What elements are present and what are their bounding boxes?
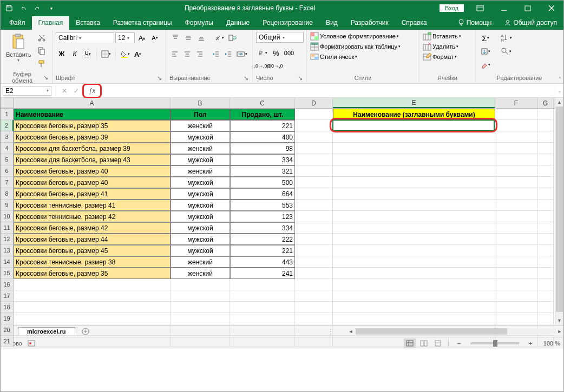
cell-styles-button[interactable]: Стили ячеек▾ [310, 52, 416, 61]
cell[interactable]: женский [170, 256, 230, 268]
cell[interactable] [333, 200, 495, 211]
cell[interactable] [295, 222, 333, 234]
cell[interactable] [295, 302, 333, 313]
cell[interactable]: мужской [170, 234, 230, 245]
cell[interactable] [333, 256, 495, 268]
cell[interactable] [295, 245, 333, 256]
cell[interactable] [495, 143, 537, 154]
tab-data[interactable]: Данные [220, 16, 256, 30]
cell[interactable] [537, 234, 554, 245]
cell[interactable] [495, 131, 537, 143]
cell[interactable]: 123 [230, 211, 295, 222]
cell[interactable] [495, 245, 537, 256]
cell[interactable] [537, 109, 554, 120]
merge-center-icon[interactable]: ▾ [235, 48, 249, 60]
minimize-icon[interactable] [492, 1, 516, 16]
align-middle-icon[interactable] [182, 32, 194, 44]
cell[interactable] [230, 336, 295, 347]
cell[interactable]: Кроссовки беговые, размер 44 [14, 234, 170, 245]
row-header[interactable]: 10 [1, 211, 14, 222]
sign-in-button[interactable]: Вход [440, 4, 464, 12]
redo-icon[interactable] [31, 2, 44, 14]
cell[interactable] [295, 188, 333, 200]
row-header[interactable]: 1 [1, 109, 14, 120]
cell[interactable]: Кроссовки для баскетбола, размер 39 [14, 143, 170, 154]
clipboard-dialog-launcher[interactable]: ↘ [43, 74, 49, 81]
collapse-ribbon-icon[interactable]: ˄ [559, 76, 561, 82]
cell[interactable] [295, 279, 333, 290]
cell[interactable]: Наименование (заглавными буквами) [333, 109, 495, 120]
copy-icon[interactable] [36, 45, 48, 57]
cell[interactable] [14, 279, 170, 290]
cell[interactable] [170, 302, 230, 313]
cell[interactable] [537, 131, 554, 143]
cell[interactable] [537, 268, 554, 279]
cell[interactable]: 500 [230, 177, 295, 188]
cell[interactable]: Кроссовки беговые, размер 42 [14, 222, 170, 234]
row-header[interactable]: 11 [1, 222, 14, 234]
zoom-slider[interactable] [470, 342, 519, 344]
row-header[interactable]: 14 [1, 256, 14, 268]
row-header[interactable]: 17 [1, 290, 14, 302]
cell[interactable] [495, 211, 537, 222]
paste-button[interactable]: Вставить ▾ [4, 32, 34, 70]
row-header[interactable]: 6 [1, 165, 14, 177]
cell[interactable]: Кроссовки беговые, размер 41 [14, 188, 170, 200]
cell[interactable] [495, 109, 537, 120]
cell[interactable]: женский [170, 143, 230, 154]
col-header-A[interactable]: A [14, 98, 170, 108]
insert-cells-button[interactable]: Вставить▾ [423, 32, 472, 41]
borders-icon[interactable]: ▾ [100, 48, 113, 60]
decrease-font-icon[interactable]: A▾ [149, 32, 161, 44]
cell[interactable]: женский [170, 165, 230, 177]
cell[interactable] [333, 177, 495, 188]
cell[interactable] [333, 279, 495, 290]
cell[interactable] [537, 245, 554, 256]
decrease-decimal-icon[interactable]: ,00→,0 [269, 60, 281, 72]
cell[interactable] [333, 268, 495, 279]
cell[interactable]: Кроссовки беговые, размер 39 [14, 131, 170, 143]
cell[interactable] [333, 143, 495, 154]
bold-button[interactable]: Ж [56, 48, 68, 60]
cell[interactable]: мужской [170, 154, 230, 165]
col-header-B[interactable]: B [170, 98, 230, 108]
expand-formula-bar-icon[interactable]: ⌄ [555, 88, 563, 94]
cell[interactable] [333, 131, 495, 143]
cell[interactable] [537, 120, 554, 131]
cell[interactable] [495, 290, 537, 302]
cell[interactable]: Кроссовки теннисные, размер 41 [14, 200, 170, 211]
cell[interactable] [14, 313, 170, 324]
comma-style-icon[interactable]: 000 [283, 47, 295, 59]
number-format-combo[interactable]: Общий▾ [256, 32, 304, 43]
cell[interactable] [537, 188, 554, 200]
col-header-C[interactable]: C [230, 98, 295, 108]
insert-function-button[interactable]: ƒx [85, 85, 99, 96]
cell[interactable] [495, 268, 537, 279]
decrease-indent-icon[interactable] [211, 48, 222, 60]
row-header[interactable]: 15 [1, 268, 14, 279]
cut-icon[interactable] [36, 32, 48, 44]
tab-home[interactable]: Главная [32, 16, 70, 30]
enter-formula-icon[interactable]: ✓ [70, 85, 82, 97]
cell[interactable]: Кроссовки теннисные, размер 38 [14, 256, 170, 268]
cell[interactable]: 221 [230, 120, 295, 131]
cell[interactable] [333, 245, 495, 256]
grid[interactable]: НаименованиеПолПродано, шт.Наименование … [14, 109, 554, 347]
align-left-icon[interactable] [169, 48, 181, 60]
font-name-combo[interactable]: Calibri▾ [56, 32, 114, 43]
column-headers[interactable]: ABCDEFG [1, 98, 563, 109]
cell[interactable]: мужской [170, 188, 230, 200]
cell[interactable]: мужской [170, 131, 230, 143]
increase-indent-icon[interactable] [222, 48, 234, 60]
cell[interactable] [495, 188, 537, 200]
cell[interactable] [333, 165, 495, 177]
cell[interactable]: 321 [230, 165, 295, 177]
close-icon[interactable] [540, 1, 563, 16]
cell[interactable] [14, 324, 170, 336]
cell[interactable]: 221 [230, 245, 295, 256]
cell[interactable] [495, 313, 537, 324]
row-header[interactable]: 4 [1, 143, 14, 154]
cell[interactable]: Наименование [14, 109, 170, 120]
row-header[interactable]: 12 [1, 234, 14, 245]
cell[interactable] [230, 290, 295, 302]
